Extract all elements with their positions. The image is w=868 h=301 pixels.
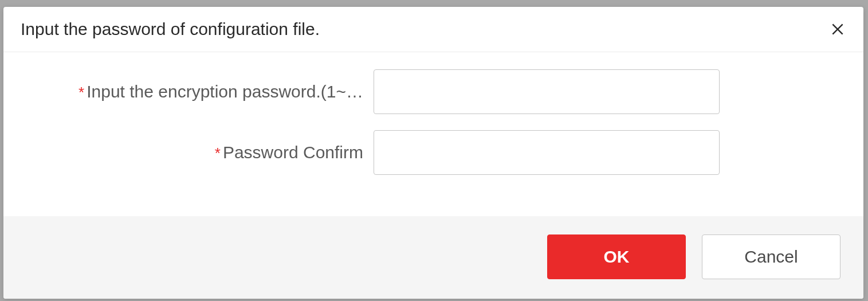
confirm-input[interactable] bbox=[374, 130, 720, 175]
required-mark: * bbox=[78, 85, 84, 100]
dialog-title: Input the password of configuration file… bbox=[21, 19, 320, 39]
form-row-confirm: * Password Confirm bbox=[13, 130, 846, 175]
confirm-label: Password Confirm bbox=[223, 143, 363, 162]
password-dialog: Input the password of configuration file… bbox=[3, 7, 863, 299]
password-label: Input the encryption password.(1~… bbox=[87, 82, 363, 101]
close-icon bbox=[830, 22, 845, 37]
close-button[interactable] bbox=[829, 21, 846, 38]
dialog-body: * Input the encryption password.(1~… * P… bbox=[3, 52, 863, 216]
form-row-password: * Input the encryption password.(1~… bbox=[13, 69, 846, 114]
dialog-header: Input the password of configuration file… bbox=[3, 7, 863, 52]
confirm-label-wrap: * Password Confirm bbox=[13, 143, 374, 162]
ok-button[interactable]: OK bbox=[547, 234, 686, 279]
required-mark: * bbox=[215, 146, 221, 161]
password-input[interactable] bbox=[374, 69, 720, 114]
dialog-footer: OK Cancel bbox=[3, 216, 863, 299]
cancel-button[interactable]: Cancel bbox=[702, 234, 840, 279]
password-label-wrap: * Input the encryption password.(1~… bbox=[13, 82, 374, 101]
